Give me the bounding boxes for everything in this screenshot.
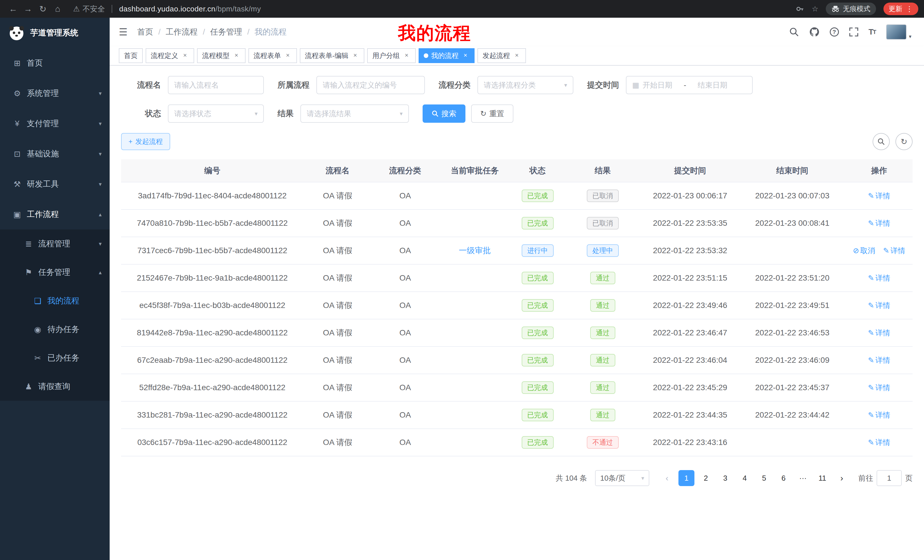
- detail-link[interactable]: ✎详情: [868, 273, 890, 283]
- user-menu[interactable]: ▾: [886, 24, 911, 40]
- current-task-link[interactable]: 一级审批: [459, 246, 491, 255]
- page-size-select[interactable]: 10条/页 ▾: [595, 470, 650, 486]
- close-icon[interactable]: ×: [284, 52, 292, 60]
- bookmark-star-icon[interactable]: ☆: [812, 4, 818, 13]
- detail-link[interactable]: ✎详情: [868, 410, 890, 420]
- reset-button[interactable]: ↻ 重置: [471, 105, 513, 123]
- prev-page-button[interactable]: ‹: [659, 470, 675, 486]
- sidebar-item-payment[interactable]: ¥ 支付管理 ▾: [0, 108, 110, 139]
- tab-home[interactable]: 首页: [119, 48, 143, 63]
- cell-name: OA 请假: [303, 292, 372, 319]
- process-def-input[interactable]: [316, 76, 425, 94]
- page-ellipsis[interactable]: ···: [795, 470, 811, 486]
- close-icon[interactable]: ×: [181, 52, 189, 60]
- sidebar-item-home[interactable]: ⊞ 首页: [0, 48, 110, 78]
- initiate-process-label: 发起流程: [135, 137, 163, 146]
- process-name-field[interactable]: [174, 81, 258, 90]
- close-icon[interactable]: ×: [513, 52, 521, 60]
- cancel-icon: ⊘: [853, 246, 859, 255]
- chevron-down-icon: ▾: [99, 90, 102, 97]
- cell-id: ec45f38f-7b9a-11ec-b03b-acde48001122: [121, 292, 303, 319]
- tab-initiate-process[interactable]: 发起流程 ×: [477, 48, 526, 63]
- page-button[interactable]: 4: [736, 470, 753, 486]
- font-size-icon[interactable]: TT: [868, 27, 876, 36]
- tab-process-model[interactable]: 流程模型 ×: [197, 48, 246, 63]
- breadcrumb-item[interactable]: 工作流程: [166, 27, 198, 37]
- tab-process-definition[interactable]: 流程定义 ×: [146, 48, 194, 63]
- detail-link[interactable]: ✎详情: [868, 191, 890, 201]
- browser-forward-icon[interactable]: →: [21, 4, 35, 14]
- detail-link[interactable]: ✎详情: [868, 328, 890, 338]
- next-page-button[interactable]: ›: [834, 470, 850, 486]
- breadcrumb-separator: /: [247, 27, 249, 36]
- detail-link[interactable]: ✎详情: [868, 301, 890, 310]
- browser-menu-icon[interactable]: ⋮: [906, 4, 913, 13]
- cell-id: 331bc281-7b9a-11ec-a290-acde48001122: [121, 401, 303, 429]
- cell-task: [439, 210, 511, 237]
- goto-page-input[interactable]: [877, 470, 902, 486]
- sidebar-item-devtools[interactable]: ⚒ 研发工具 ▾: [0, 169, 110, 199]
- toggle-search-button[interactable]: [873, 133, 890, 150]
- sidebar-item-infrastructure[interactable]: ⊡ 基础设施 ▾: [0, 139, 110, 169]
- cell-task: [439, 182, 511, 210]
- detail-link[interactable]: ✎详情: [883, 246, 906, 256]
- help-icon[interactable]: ?: [830, 27, 839, 36]
- sidebar-item-todo-tasks[interactable]: ◉ 待办任务: [0, 315, 110, 344]
- status-select[interactable]: 请选择状态 ▾: [168, 105, 264, 123]
- close-icon[interactable]: ×: [403, 52, 411, 60]
- cell-category: OA: [372, 237, 439, 264]
- process-def-field[interactable]: [322, 81, 418, 90]
- sidebar-item-process-management[interactable]: ≣ 流程管理 ▾: [0, 229, 110, 258]
- browser-back-icon[interactable]: ←: [6, 4, 21, 14]
- refresh-table-button[interactable]: ↻: [896, 133, 913, 150]
- page-button[interactable]: 2: [698, 470, 714, 486]
- browser-update-button[interactable]: 更新 ⋮: [884, 3, 918, 15]
- filter-row-1: 流程名 所属流程 流程分类 请选择流程分类 ▾ 提交时间 ▦: [121, 76, 913, 94]
- category-select[interactable]: 请选择流程分类 ▾: [477, 76, 573, 94]
- page-button[interactable]: 3: [717, 470, 733, 486]
- address-bar[interactable]: dashboard.yudao.iocoder.cn/bpm/task/my: [119, 4, 261, 13]
- submit-time-range-picker[interactable]: ▦ 开始日期 - 结束日期: [626, 76, 753, 94]
- github-icon[interactable]: [809, 27, 819, 37]
- close-icon[interactable]: ×: [461, 52, 470, 60]
- cancel-link[interactable]: ⊘取消: [853, 246, 875, 256]
- fullscreen-icon[interactable]: [849, 27, 858, 36]
- tab-process-form-edit[interactable]: 流程表单-编辑 ×: [300, 48, 364, 63]
- detail-link[interactable]: ✎详情: [868, 383, 890, 393]
- initiate-process-button[interactable]: + 发起流程: [121, 133, 170, 150]
- page-button[interactable]: 1: [678, 470, 694, 486]
- breadcrumb-item[interactable]: 任务管理: [210, 27, 242, 37]
- tab-user-group[interactable]: 用户分组 ×: [367, 48, 416, 63]
- detail-link[interactable]: ✎详情: [868, 219, 890, 228]
- breadcrumb-item[interactable]: 首页: [137, 27, 153, 37]
- close-icon[interactable]: ×: [232, 52, 240, 60]
- sidebar-item-system[interactable]: ⚙ 系统管理 ▾: [0, 78, 110, 108]
- cell-category: OA: [372, 292, 439, 319]
- browser-home-icon[interactable]: ⌂: [50, 4, 65, 14]
- avatar[interactable]: [886, 24, 907, 40]
- detail-link[interactable]: ✎详情: [868, 355, 890, 365]
- sidebar-item-workflow[interactable]: ▣ 工作流程 ▴: [0, 199, 110, 229]
- sidebar-item-task-management[interactable]: ⚑ 任务管理 ▴: [0, 258, 110, 287]
- sidebar-item-done-tasks[interactable]: ✂ 已办任务: [0, 344, 110, 372]
- page-button[interactable]: 5: [756, 470, 772, 486]
- close-icon[interactable]: ×: [351, 52, 359, 60]
- cell-end-time: [739, 429, 846, 456]
- tab-my-process[interactable]: 我的流程 ×: [418, 48, 475, 63]
- cell-category: OA: [372, 374, 439, 401]
- process-name-input[interactable]: [168, 76, 264, 94]
- sidebar-item-my-process[interactable]: ❏ 我的流程: [0, 287, 110, 315]
- security-indicator[interactable]: ⚠ 不安全: [73, 4, 105, 14]
- page-button[interactable]: 11: [814, 470, 830, 486]
- page-button[interactable]: 6: [776, 470, 792, 486]
- search-icon[interactable]: [789, 27, 799, 37]
- password-key-icon[interactable]: [796, 4, 804, 13]
- hamburger-icon[interactable]: ☰: [119, 26, 128, 38]
- detail-link[interactable]: ✎详情: [868, 437, 890, 448]
- sidebar-item-leave-query[interactable]: ♟ 请假查询: [0, 372, 110, 401]
- browser-reload-icon[interactable]: ↻: [35, 4, 50, 14]
- tab-process-form[interactable]: 流程表单 ×: [248, 48, 297, 63]
- search-button[interactable]: 搜索: [423, 105, 465, 123]
- cell-task: [439, 346, 511, 374]
- result-select[interactable]: 请选择流结果 ▾: [300, 105, 409, 123]
